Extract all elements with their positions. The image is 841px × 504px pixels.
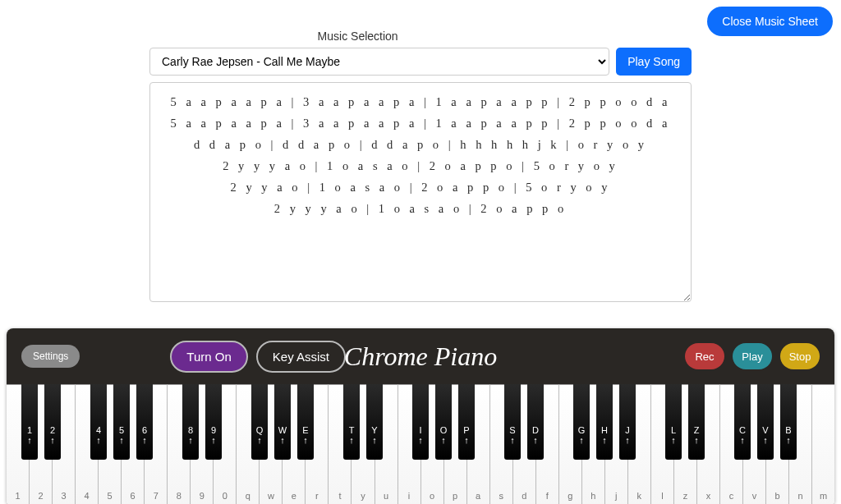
black-key[interactable]: O↑ <box>435 384 452 460</box>
up-arrow-icon: ↑ <box>527 435 544 445</box>
stop-button[interactable]: Stop <box>780 343 820 369</box>
black-key-label: E <box>297 425 314 435</box>
play-button[interactable]: Play <box>733 343 772 369</box>
black-key[interactable]: 6↑ <box>136 384 153 460</box>
white-key-label: 7 <box>145 491 167 501</box>
black-key-label: T <box>343 425 360 435</box>
up-arrow-icon: ↑ <box>366 435 383 445</box>
black-key-label: 8 <box>182 425 199 435</box>
up-arrow-icon: ↑ <box>205 435 222 445</box>
black-key-label: J <box>619 425 636 435</box>
app-title: Chrome Piano <box>344 341 497 372</box>
white-key-label: u <box>375 491 398 501</box>
black-key[interactable]: V↑ <box>757 384 774 460</box>
white-key-label: i <box>398 491 420 501</box>
black-key[interactable]: Q↑ <box>251 384 268 460</box>
black-key[interactable]: I↑ <box>412 384 429 460</box>
white-key-label: 1 <box>7 491 29 501</box>
white-key-label: h <box>582 491 604 501</box>
white-key-label: 0 <box>214 491 236 501</box>
black-key-label: Q <box>251 425 268 435</box>
black-key[interactable]: 5↑ <box>113 384 130 460</box>
black-key[interactable]: W↑ <box>274 384 291 460</box>
white-key-label: e <box>283 491 305 501</box>
white-key-label: d <box>513 491 535 501</box>
black-key[interactable]: D↑ <box>527 384 544 460</box>
turn-on-button[interactable]: Turn On <box>170 341 247 373</box>
black-key-label: S <box>504 425 521 435</box>
up-arrow-icon: ↑ <box>665 435 682 445</box>
white-key-label: 2 <box>30 491 52 501</box>
white-key-label: o <box>421 491 443 501</box>
white-key-label: 8 <box>168 491 190 501</box>
white-key-label: 4 <box>76 491 98 501</box>
up-arrow-icon: ↑ <box>757 435 774 445</box>
black-key[interactable]: L↑ <box>665 384 682 460</box>
piano-toolbar: Settings Turn On Key Assist Chrome Piano… <box>7 328 834 384</box>
up-arrow-icon: ↑ <box>458 435 475 445</box>
up-arrow-icon: ↑ <box>251 435 268 445</box>
up-arrow-icon: ↑ <box>734 435 751 445</box>
white-key-label: r <box>306 491 328 501</box>
black-key[interactable]: E↑ <box>297 384 314 460</box>
black-key[interactable]: B↑ <box>780 384 797 460</box>
key-assist-button[interactable]: Key Assist <box>256 341 346 373</box>
black-key[interactable]: H↑ <box>596 384 613 460</box>
black-key[interactable]: 9↑ <box>205 384 222 460</box>
black-key[interactable]: 8↑ <box>182 384 199 460</box>
up-arrow-icon: ↑ <box>412 435 429 445</box>
white-key-label: 6 <box>122 491 144 501</box>
white-key-label: j <box>605 491 627 501</box>
sheet-line: 2 y y a o | 1 o a s a o | 2 o a p p o | … <box>163 176 678 198</box>
black-key[interactable]: J↑ <box>619 384 636 460</box>
black-key-label: Z <box>688 425 705 435</box>
up-arrow-icon: ↑ <box>343 435 360 445</box>
sheet-line: d d a p o | d d a p o | d d a p o | h h … <box>163 134 678 155</box>
music-sheet-textarea[interactable]: 5 a a p a a p a | 3 a a p a a p a | 1 a … <box>149 82 692 302</box>
sheet-line: 2 y y y a o | 1 o a s a o | 2 o a p p o … <box>163 155 678 176</box>
black-key[interactable]: G↑ <box>573 384 590 460</box>
settings-button[interactable]: Settings <box>21 345 80 368</box>
up-arrow-icon: ↑ <box>274 435 291 445</box>
black-key[interactable]: S↑ <box>504 384 521 460</box>
close-music-sheet-button[interactable]: Close Music Sheet <box>707 7 833 36</box>
play-song-button[interactable]: Play Song <box>616 48 692 76</box>
black-key[interactable]: 1↑ <box>21 384 38 460</box>
black-key[interactable]: 4↑ <box>90 384 107 460</box>
white-key-label: x <box>697 491 719 501</box>
white-key-label: 9 <box>191 491 213 501</box>
up-arrow-icon: ↑ <box>596 435 613 445</box>
white-key-label: l <box>651 491 673 501</box>
black-key-label: P <box>458 425 475 435</box>
white-key[interactable]: m <box>812 384 834 504</box>
black-key-label: B <box>780 425 797 435</box>
white-key-label: v <box>743 491 765 501</box>
white-key-label: n <box>789 491 811 501</box>
sheet-line: 2 y y y a o | 1 o a s a o | 2 o a p p o <box>163 198 678 219</box>
black-key-label: 2 <box>44 425 61 435</box>
up-arrow-icon: ↑ <box>136 435 153 445</box>
black-key-label: Y <box>366 425 383 435</box>
white-key-label: k <box>628 491 650 501</box>
song-select[interactable]: Carly Rae Jepsen - Call Me Maybe <box>149 48 609 76</box>
up-arrow-icon: ↑ <box>573 435 590 445</box>
music-selection-label: Music Selection <box>8 30 833 43</box>
black-key-label: V <box>757 425 774 435</box>
black-key[interactable]: C↑ <box>734 384 751 460</box>
black-key[interactable]: Y↑ <box>366 384 383 460</box>
white-key-label: t <box>329 491 351 501</box>
white-key-label: f <box>536 491 558 501</box>
black-key-label: D <box>527 425 544 435</box>
black-key-label: 1 <box>21 425 38 435</box>
record-button[interactable]: Rec <box>685 343 724 369</box>
black-key-label: 9 <box>205 425 222 435</box>
piano-panel: Settings Turn On Key Assist Chrome Piano… <box>7 328 834 504</box>
white-key-label: 5 <box>99 491 121 501</box>
sheet-line: 5 a a p a a p a | 3 a a p a a p a | 1 a … <box>163 91 678 112</box>
black-key[interactable]: P↑ <box>458 384 475 460</box>
black-key[interactable]: T↑ <box>343 384 360 460</box>
black-key[interactable]: Z↑ <box>688 384 705 460</box>
up-arrow-icon: ↑ <box>297 435 314 445</box>
white-key-label: s <box>490 491 512 501</box>
black-key[interactable]: 2↑ <box>44 384 61 460</box>
